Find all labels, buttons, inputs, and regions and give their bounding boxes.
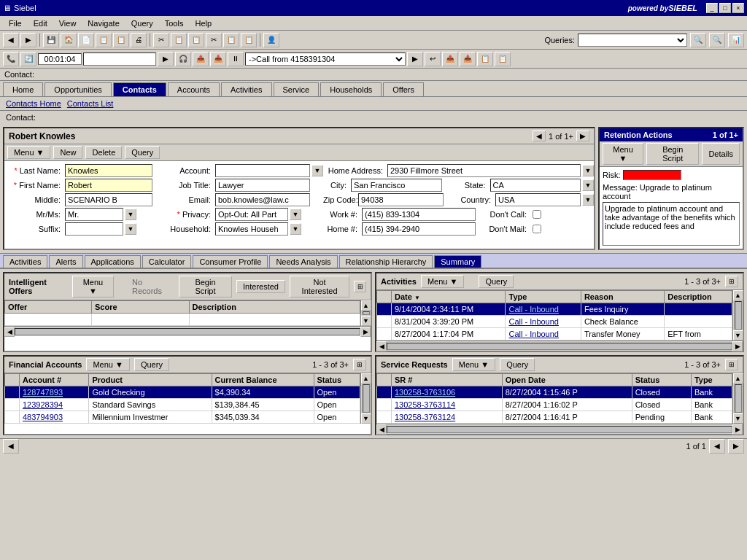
privacy-input[interactable] bbox=[215, 208, 288, 221]
minimize-button[interactable]: _ bbox=[706, 3, 718, 13]
act-type-cell[interactable]: Call - Inbound bbox=[506, 316, 581, 328]
last-name-input[interactable] bbox=[65, 164, 152, 177]
breadcrumb-contacts-home[interactable]: Contacts Home bbox=[6, 99, 61, 108]
tab-households[interactable]: Households bbox=[320, 82, 382, 96]
tb2-btn-5[interactable]: 📤 bbox=[442, 52, 458, 66]
hscroll-right-button[interactable]: ▶ bbox=[360, 327, 371, 337]
sr-vscroll-track[interactable] bbox=[735, 384, 742, 413]
tb2-btn-4[interactable]: ↩ bbox=[425, 52, 441, 66]
tb-btn-5[interactable]: 📋 bbox=[171, 33, 187, 47]
job-title-input[interactable] bbox=[215, 179, 310, 192]
intelligent-offers-expand-button[interactable]: ⊞ bbox=[354, 281, 366, 292]
service-requests-expand-button[interactable]: ⊞ bbox=[725, 359, 738, 370]
dont-mail-checkbox[interactable] bbox=[533, 225, 541, 233]
table-row[interactable]: ▶ 9/14/2004 2:34:11 PM Call - Inbound Fe… bbox=[377, 303, 732, 316]
table-row[interactable]: 130258-3763124 8/27/2004 1:16:41 P Pendi… bbox=[377, 411, 732, 424]
financial-accounts-query-button[interactable]: Query bbox=[134, 358, 169, 371]
mrms-expand-button[interactable]: ▼ bbox=[125, 209, 136, 220]
fa-vscroll-track[interactable] bbox=[363, 384, 370, 413]
service-requests-query-button[interactable]: Query bbox=[500, 358, 535, 371]
status-bar-btn[interactable]: ◀ bbox=[3, 439, 19, 454]
fa-account-cell[interactable]: 128747893 bbox=[20, 386, 89, 399]
menu-query[interactable]: Query bbox=[125, 18, 159, 29]
fa-vscroll-down-button[interactable]: ▼ bbox=[361, 413, 371, 424]
tb2-btn-3[interactable]: 📥 bbox=[210, 52, 226, 66]
table-row[interactable]: 123928394 Standard Savings $139,384.45 O… bbox=[5, 399, 360, 411]
fa-vscroll-up-button[interactable]: ▲ bbox=[361, 373, 371, 384]
country-expand-button[interactable]: ▼ bbox=[582, 194, 594, 206]
act-type-cell[interactable]: Call - Inbound bbox=[506, 328, 581, 341]
vscroll-down-button[interactable]: ▼ bbox=[361, 316, 371, 326]
sr-vscroll-down-button[interactable]: ▼ bbox=[733, 413, 743, 424]
sub-tab-consumer-profile[interactable]: Consumer Profile bbox=[193, 255, 268, 268]
sr-num-cell[interactable]: 130258-3763124 bbox=[392, 411, 503, 424]
dial-button[interactable]: ▶ bbox=[158, 52, 174, 66]
activities-expand-button[interactable]: ⊞ bbox=[725, 276, 738, 287]
state-input[interactable] bbox=[490, 179, 581, 192]
table-row[interactable]: ▶ 130258-3763106 8/27/2004 1:15:46 P Clo… bbox=[377, 386, 732, 399]
query-contact-button[interactable]: Query bbox=[125, 146, 160, 159]
act-hscroll-right-button[interactable]: ▶ bbox=[732, 341, 743, 351]
dont-call-checkbox[interactable] bbox=[533, 210, 541, 219]
sub-tab-alerts[interactable]: Alerts bbox=[49, 255, 82, 268]
service-requests-menu-button[interactable]: Menu ▼ bbox=[452, 358, 495, 371]
activities-vscroll[interactable]: ▲ ▼ bbox=[732, 290, 743, 341]
table-row[interactable]: ▶ 128747893 Gold Checking $4,390.34 Open bbox=[5, 386, 360, 399]
financial-accounts-menu-button[interactable]: Menu ▼ bbox=[86, 358, 129, 371]
menu-tools[interactable]: Tools bbox=[159, 18, 190, 29]
sub-tab-needs-analysis[interactable]: Needs Analysis bbox=[269, 255, 337, 268]
details-button[interactable]: Details bbox=[702, 143, 740, 165]
act-vscroll-up-button[interactable]: ▲ bbox=[733, 290, 743, 300]
tb-user-button[interactable]: 👤 bbox=[263, 33, 279, 47]
interested-button[interactable]: Interested bbox=[236, 280, 285, 293]
vscroll-up-button[interactable]: ▲ bbox=[361, 300, 371, 311]
zip-input[interactable] bbox=[358, 193, 444, 206]
table-row[interactable]: 130258-3763114 8/27/2004 1:16:02 P Close… bbox=[377, 399, 732, 411]
financial-accounts-expand-button[interactable]: ⊞ bbox=[353, 359, 366, 370]
refresh-button[interactable]: 🔄 bbox=[20, 52, 36, 66]
tb-new-button[interactable]: 📄 bbox=[78, 33, 94, 47]
home-address-input[interactable] bbox=[387, 164, 581, 177]
sr-num-cell[interactable]: 130258-3763106 bbox=[392, 386, 503, 399]
tb-back-button[interactable]: ◀ bbox=[3, 33, 19, 47]
sub-tab-summary[interactable]: Summary bbox=[434, 255, 481, 268]
tb2-btn-2[interactable]: 📤 bbox=[193, 52, 209, 66]
hscroll-left-button[interactable]: ◀ bbox=[4, 327, 15, 337]
menu-file[interactable]: File bbox=[3, 18, 28, 29]
tb-btn-2[interactable]: 📋 bbox=[96, 33, 112, 47]
status-nav-prev[interactable]: ◀ bbox=[709, 439, 725, 454]
tab-accounts[interactable]: Accounts bbox=[168, 82, 220, 96]
retention-menu-button[interactable]: Menu ▼ bbox=[603, 143, 643, 165]
middle-input[interactable] bbox=[65, 193, 152, 206]
sr-hscroll-track[interactable] bbox=[387, 426, 732, 433]
intelligent-offers-menu-button[interactable]: Menu ▼ bbox=[72, 276, 114, 298]
tb-print-button[interactable]: 🖨 bbox=[131, 33, 147, 47]
tb2-btn-1[interactable]: 🎧 bbox=[175, 52, 191, 66]
act-hscroll-track[interactable] bbox=[387, 343, 732, 350]
phone-icon[interactable]: 📞 bbox=[3, 52, 19, 66]
begin-script-button[interactable]: Begin Script bbox=[646, 143, 699, 165]
act-vscroll-down-button[interactable]: ▼ bbox=[733, 330, 743, 341]
email-input[interactable] bbox=[215, 193, 310, 206]
act-hscroll-left-button[interactable]: ◀ bbox=[376, 341, 387, 351]
sr-hscroll-right-button[interactable]: ▶ bbox=[732, 424, 743, 435]
first-name-input[interactable] bbox=[65, 179, 152, 192]
service-requests-vscroll[interactable]: ▲ ▼ bbox=[732, 373, 743, 424]
nav-next-button[interactable]: ▶ bbox=[576, 131, 589, 141]
tb-btn-8[interactable]: 📋 bbox=[223, 33, 239, 47]
sub-tab-applications[interactable]: Applications bbox=[85, 255, 141, 268]
tab-service[interactable]: Service bbox=[274, 82, 320, 96]
fa-account-cell[interactable]: 123928394 bbox=[20, 399, 89, 411]
queries-select[interactable] bbox=[578, 34, 687, 47]
work-phone-input[interactable] bbox=[362, 208, 476, 221]
household-expand-button[interactable]: ▼ bbox=[290, 223, 301, 235]
tb-btn-6[interactable]: 📋 bbox=[188, 33, 204, 47]
tb-save-button[interactable]: 💾 bbox=[43, 33, 59, 47]
fa-account-cell[interactable]: 483794903 bbox=[20, 411, 89, 424]
table-row[interactable]: 8/27/2004 1:17:04 PM Call - Inbound Tran… bbox=[377, 328, 732, 341]
sub-tab-calculator[interactable]: Calculator bbox=[142, 255, 192, 268]
activities-menu-button[interactable]: Menu ▼ bbox=[421, 275, 464, 288]
tb2-btn-6[interactable]: 📥 bbox=[460, 52, 476, 66]
menu-dropdown-button[interactable]: Menu ▼ bbox=[7, 146, 50, 159]
tab-contacts[interactable]: Contacts bbox=[113, 82, 166, 96]
